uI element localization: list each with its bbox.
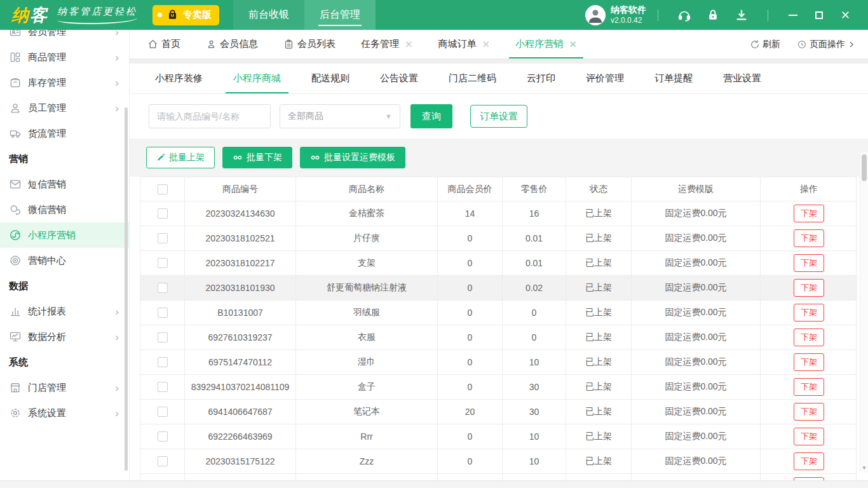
- sidebar-item[interactable]: 货流管理: [0, 121, 129, 146]
- support-headset-icon[interactable]: [677, 8, 691, 22]
- sub-tab[interactable]: 公告设置: [380, 64, 418, 93]
- sidebar-item[interactable]: 统计报表›: [0, 299, 129, 324]
- row-checkbox-cell: [140, 400, 185, 424]
- table-row[interactable]: B10131007羽绒服00已上架固定运费0.00元下架: [140, 301, 856, 325]
- sub-tab[interactable]: 评价管理: [586, 64, 624, 93]
- table-row[interactable]: 20230318102521片仔癀00.01已上架固定运费0.00元下架: [140, 226, 856, 251]
- query-button[interactable]: 查询: [410, 104, 452, 128]
- page-tab[interactable]: 首页: [147, 30, 180, 58]
- sidebar-item[interactable]: 小程序营销: [0, 222, 129, 248]
- window-maximize-button[interactable]: [815, 11, 823, 19]
- sub-tab[interactable]: 小程序装修: [155, 64, 203, 93]
- row-checkbox[interactable]: [158, 308, 168, 318]
- page-actions-button[interactable]: 页面操作: [797, 39, 855, 50]
- sidebar-item[interactable]: 员工管理›: [0, 95, 129, 121]
- window-minimize-button[interactable]: [789, 15, 797, 16]
- off-shelf-button[interactable]: 下架: [794, 304, 824, 322]
- status-cell: 已上架: [566, 201, 632, 226]
- sidebar-item[interactable]: 会员管理›: [0, 30, 129, 44]
- row-checkbox[interactable]: [158, 357, 168, 367]
- row-checkbox[interactable]: [158, 208, 168, 219]
- off-shelf-button[interactable]: 下架: [794, 378, 824, 396]
- table-row[interactable]: 20230318101930舒更葡萄糖钠注射液00.02已上架固定运费0.00元…: [140, 276, 856, 301]
- row-checkbox[interactable]: [158, 332, 168, 342]
- off-shelf-button[interactable]: 下架: [794, 428, 824, 445]
- off-shelf-button[interactable]: 下架: [794, 403, 824, 421]
- window-close-button[interactable]: [841, 10, 850, 20]
- sidebar-item[interactable]: 数据分析›: [0, 324, 129, 349]
- table-row[interactable]: 6975147470112湿巾010已上架固定运费0.00元下架: [140, 350, 856, 375]
- page-tab[interactable]: 商城订单✕: [438, 30, 491, 58]
- logistics-icon: [9, 127, 22, 140]
- table-header-cell: 操作: [761, 177, 857, 201]
- sub-tab[interactable]: 订单提醒: [654, 64, 693, 93]
- row-checkbox[interactable]: [158, 456, 168, 466]
- sidebar-item[interactable]: 商品管理›: [0, 44, 129, 70]
- table-row[interactable]: 20230315175122Zzz010已上架固定运费0.00元下架: [140, 449, 856, 474]
- link-icon: [233, 152, 243, 163]
- page-tab[interactable]: 会员信息: [206, 30, 258, 58]
- app-version: v2.0.0.42: [611, 16, 646, 25]
- table-row[interactable]: 20230324134630金桔蜜茶1416已上架固定运费0.00元下架: [140, 201, 856, 226]
- close-tab-icon[interactable]: ✕: [482, 39, 491, 50]
- close-tab-icon[interactable]: ✕: [569, 39, 577, 50]
- front-cashier-tab[interactable]: 前台收银: [233, 0, 304, 30]
- sub-tab[interactable]: 营业设置: [723, 64, 761, 93]
- sub-tab[interactable]: 云打印: [527, 64, 555, 93]
- table-row[interactable]: 83929410370214081109盒子030已上架固定运费0.00元下架: [140, 375, 856, 400]
- sidebar-item[interactable]: 短信营销: [0, 172, 129, 197]
- download-icon[interactable]: [735, 8, 749, 22]
- product-name-cell: Ttt: [296, 474, 438, 480]
- table-row[interactable]: 20230313155753Ttt00已上架固定运费0.00元下架: [140, 474, 856, 480]
- close-tab-icon[interactable]: ✕: [405, 39, 413, 50]
- row-checkbox[interactable]: [158, 258, 168, 268]
- off-shelf-button[interactable]: 下架: [794, 353, 824, 371]
- sub-tab[interactable]: 配送规则: [311, 64, 349, 93]
- batch-off-shelf-button[interactable]: 批量下架: [222, 147, 292, 168]
- table-row[interactable]: 6941406647687笔记本2030已上架固定运费0.00元下架: [140, 400, 856, 424]
- sub-tab[interactable]: 小程序商城: [233, 64, 281, 93]
- off-shelf-button[interactable]: 下架: [794, 329, 824, 346]
- row-checkbox[interactable]: [158, 407, 168, 417]
- select-all-checkbox[interactable]: [158, 184, 168, 194]
- refresh-button[interactable]: 刷新: [750, 39, 780, 50]
- user-avatar[interactable]: [585, 5, 606, 25]
- search-input[interactable]: [149, 104, 271, 128]
- scrollbar-down-arrow-icon[interactable]: ▼: [860, 465, 868, 471]
- sidebar-item[interactable]: 门店管理›: [0, 375, 129, 400]
- sidebar-item[interactable]: 库存管理›: [0, 70, 129, 95]
- sidebar-scrollbar[interactable]: [125, 107, 128, 471]
- content-scrollbar[interactable]: ▼: [860, 152, 868, 473]
- content-scrollbar-thumb[interactable]: [862, 154, 867, 181]
- row-checkbox[interactable]: [158, 283, 168, 293]
- page-tab[interactable]: 会员列表: [283, 30, 336, 58]
- off-shelf-button[interactable]: 下架: [794, 205, 824, 222]
- table-row[interactable]: 6927610319237衣服00已上架固定运费0.00元下架: [140, 325, 856, 350]
- row-checkbox-cell: [140, 226, 185, 251]
- batch-freight-template-button[interactable]: 批量设置运费模板: [300, 147, 405, 168]
- off-shelf-button[interactable]: 下架: [794, 452, 824, 470]
- row-checkbox[interactable]: [158, 431, 168, 442]
- page-tab[interactable]: 小程序营销✕: [515, 30, 577, 58]
- off-shelf-button[interactable]: 下架: [794, 229, 824, 247]
- table-row[interactable]: 6922266463969Rrr010已上架固定运费0.00元下架: [140, 424, 856, 449]
- row-checkbox[interactable]: [158, 382, 168, 392]
- table-row[interactable]: 20230318102217支架00.01已上架固定运费0.00元下架: [140, 251, 856, 276]
- category-select[interactable]: 全部商品 ▼: [280, 104, 400, 128]
- off-shelf-button[interactable]: 下架: [794, 279, 824, 297]
- batch-on-shelf-button[interactable]: 批量上架: [146, 147, 215, 168]
- order-settings-button[interactable]: 订单设置: [470, 105, 527, 128]
- sidebar-item[interactable]: 微信营销: [0, 197, 129, 222]
- badge-dot-icon: [158, 13, 162, 17]
- member-price-cell: 0: [438, 226, 503, 251]
- lock-icon[interactable]: [707, 8, 719, 22]
- sub-tab[interactable]: 门店二维码: [449, 64, 496, 93]
- report-icon: [9, 305, 22, 318]
- row-checkbox[interactable]: [158, 233, 168, 243]
- sidebar-item[interactable]: 系统设置›: [0, 400, 129, 426]
- backend-manage-tab[interactable]: 后台管理: [304, 0, 376, 30]
- action-cell: 下架: [761, 350, 857, 375]
- page-tab[interactable]: 任务管理✕: [361, 30, 413, 58]
- off-shelf-button[interactable]: 下架: [794, 254, 824, 272]
- sidebar-item[interactable]: 营销中心: [0, 248, 129, 273]
